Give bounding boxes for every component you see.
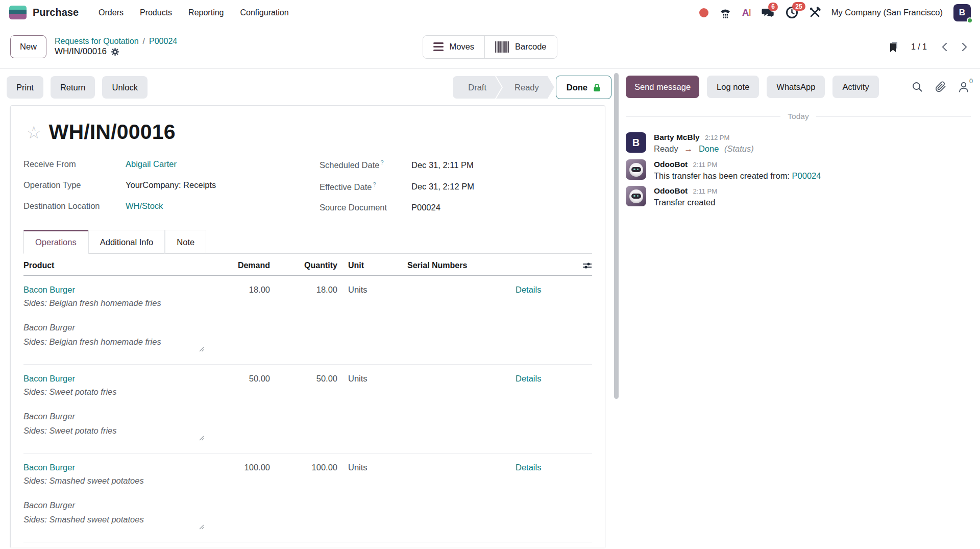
header-product[interactable]: Product [23, 261, 224, 270]
form-sheet: ☆ WH/IN/00016 Receive From Abigail Carte… [10, 105, 605, 547]
vertical-scrollbar[interactable] [611, 69, 621, 549]
quantity-value[interactable]: 18.00 [270, 285, 337, 295]
send-message-button[interactable]: Send message [626, 76, 699, 98]
print-button[interactable]: Print [7, 76, 43, 99]
details-button[interactable]: Details [516, 374, 541, 384]
new-button[interactable]: New [10, 35, 46, 58]
menu-products[interactable]: Products [133, 4, 179, 21]
tools-icon[interactable] [809, 7, 821, 18]
unit-value: Units [337, 463, 394, 472]
quantity-value[interactable]: 50.00 [270, 374, 337, 384]
demand-value[interactable]: 100.00 [224, 463, 270, 472]
date-divider: Today [626, 112, 971, 121]
status-ready[interactable]: Ready [496, 76, 554, 99]
header-demand[interactable]: Demand [224, 261, 270, 270]
field-value-scheduled-date[interactable]: Dec 31, 2:11 PM [411, 160, 474, 170]
field-label-destination-location: Destination Location [23, 201, 126, 211]
move-note-input[interactable]: Bacon Burger Sides: Belgian fresh homema… [23, 320, 202, 349]
log-note-button[interactable]: Log note [707, 76, 759, 98]
odoobot-avatar[interactable] [626, 186, 646, 206]
product-link[interactable]: Bacon Burger [23, 463, 75, 472]
field-value-source-document[interactable]: P00024 [411, 203, 440, 212]
table-row: Bacon Burger Sides: Belgian fresh homema… [23, 276, 592, 365]
return-button[interactable]: Return [51, 76, 95, 99]
messages-icon[interactable]: 6 [762, 7, 775, 19]
resize-handle-icon[interactable] [199, 346, 204, 352]
recording-indicator-icon[interactable] [699, 8, 708, 17]
avatar[interactable]: B [626, 132, 646, 153]
details-button[interactable]: Details [516, 285, 541, 295]
product-description: Sides: Belgian fresh homemade fries [23, 298, 224, 308]
barcode-icon [495, 41, 509, 53]
followers-count: 0 [969, 78, 973, 85]
scrollbar-thumb[interactable] [614, 73, 619, 399]
moves-view-button[interactable]: Moves [423, 36, 484, 58]
action-gear-icon[interactable] [111, 47, 119, 56]
odoo-logo[interactable] [9, 6, 27, 19]
user-avatar[interactable]: B [953, 4, 971, 21]
source-order-link[interactable]: P00024 [792, 171, 821, 180]
demand-value[interactable]: 50.00 [224, 374, 270, 384]
unit-value: Units [337, 374, 394, 384]
field-value-effective-date[interactable]: Dec 31, 2:12 PM [411, 182, 474, 192]
breadcrumb-link-po[interactable]: P00024 [149, 37, 177, 46]
resize-handle-icon[interactable] [199, 524, 204, 530]
message-body: This transfer has been created from: P00… [654, 171, 821, 181]
message-author[interactable]: OdooBot [654, 160, 688, 169]
odoobot-avatar[interactable] [626, 159, 646, 180]
header-unit[interactable]: Unit [337, 261, 394, 270]
tab-note[interactable]: Note [165, 230, 206, 254]
breadcrumb-link-rfq[interactable]: Requests for Quotation [55, 37, 139, 46]
menu-orders[interactable]: Orders [92, 4, 130, 21]
message-author[interactable]: OdooBot [654, 186, 688, 195]
header-quantity[interactable]: Quantity [270, 261, 337, 270]
menu-configuration[interactable]: Configuration [233, 4, 295, 21]
message-author[interactable]: Barty McBly [654, 133, 700, 141]
menu-reporting[interactable]: Reporting [182, 4, 230, 21]
pager-next-icon[interactable] [960, 40, 970, 54]
app-name[interactable]: Purchase [33, 7, 79, 18]
robot-icon [629, 163, 643, 177]
field-value-destination-location[interactable]: WH/Stock [126, 201, 163, 211]
phone-icon[interactable] [719, 7, 731, 19]
chatter-message: B Barty McBly 2:12 PM Ready → Done (Stat… [626, 132, 971, 154]
move-note-input[interactable]: Bacon Burger Sides: Sweet potato fries [23, 409, 202, 438]
demand-value[interactable]: 18.00 [224, 285, 270, 295]
tab-additional-info[interactable]: Additional Info [88, 230, 165, 254]
field-value-operation-type[interactable]: YourCompany: Receipts [126, 180, 216, 190]
notebook-tabs: Operations Additional Info Note [23, 230, 592, 254]
product-link[interactable]: Bacon Burger [23, 374, 75, 383]
status-done[interactable]: Done [556, 76, 611, 99]
field-label-operation-type: Operation Type [23, 180, 126, 190]
followers-icon[interactable]: 0 [959, 81, 969, 92]
whatsapp-button[interactable]: WhatsApp [767, 76, 825, 98]
details-button[interactable]: Details [516, 463, 541, 472]
product-link[interactable]: Bacon Burger [23, 285, 75, 294]
ai-icon[interactable]: AI [742, 7, 751, 18]
optional-columns-icon[interactable] [503, 261, 593, 270]
company-switcher[interactable]: My Company (San Francisco) [831, 8, 943, 17]
attachments-icon[interactable] [935, 81, 946, 92]
tab-operations[interactable]: Operations [23, 230, 88, 254]
move-note-input[interactable]: Bacon Burger Sides: Smashed sweet potato… [23, 498, 202, 527]
barcode-view-button[interactable]: Barcode [484, 36, 556, 58]
field-value-receive-from[interactable]: Abigail Carter [126, 159, 177, 169]
search-messages-icon[interactable] [912, 81, 923, 92]
form-view: Print Return Unlock Draft Ready Done ☆ W… [0, 69, 611, 549]
unlock-button[interactable]: Unlock [102, 76, 147, 99]
bookmark-icon[interactable] [889, 41, 899, 53]
status-draft[interactable]: Draft [453, 76, 502, 99]
quantity-value[interactable]: 100.00 [270, 463, 337, 472]
header-serial-numbers[interactable]: Serial Numbers [394, 261, 503, 270]
help-marker[interactable]: ? [380, 159, 383, 165]
favorite-star-icon[interactable]: ☆ [26, 124, 41, 141]
help-marker[interactable]: ? [373, 181, 376, 187]
robot-icon [629, 189, 643, 203]
message-time: 2:11 PM [693, 161, 717, 169]
activity-button[interactable]: Activity [832, 76, 878, 98]
pager-previous-icon[interactable] [939, 40, 949, 54]
field-label-scheduled-date: Scheduled Date? [320, 159, 411, 170]
pager: 1 / 1 [911, 42, 927, 52]
resize-handle-icon[interactable] [199, 435, 204, 441]
activities-clock-icon[interactable]: 25 [786, 6, 798, 19]
